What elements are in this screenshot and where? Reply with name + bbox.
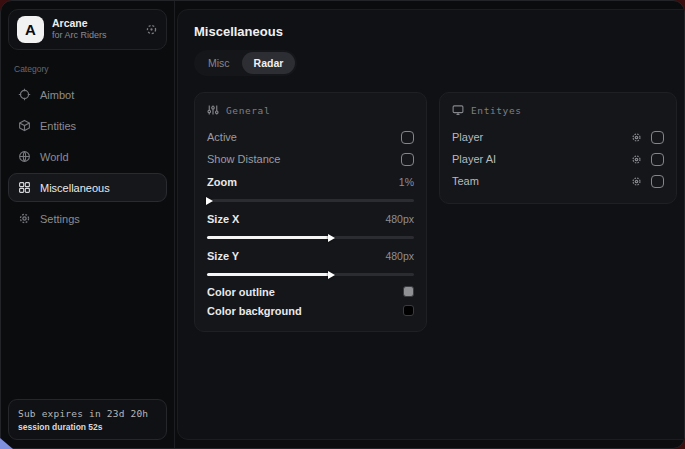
sidebar-item-miscellaneous[interactable]: Miscellaneous xyxy=(8,173,167,202)
general-panel: General Active Show Distance Zoom 1% xyxy=(194,92,427,332)
session-duration: session duration 52s xyxy=(18,422,157,432)
entities-panel: Entityes Player Player AI xyxy=(439,92,677,204)
general-panel-title: General xyxy=(226,105,270,116)
gear-icon[interactable] xyxy=(631,154,642,165)
entity-label: Player xyxy=(452,131,483,143)
crosshair-icon xyxy=(18,88,31,101)
logo-card: A Arcane for Arc Riders xyxy=(8,9,167,50)
sidebar-item-label: Entities xyxy=(40,120,76,132)
size-x-slider-group: Size X 480px xyxy=(207,208,414,239)
size-y-slider[interactable] xyxy=(207,273,414,276)
slider-thumb[interactable] xyxy=(328,271,335,279)
slider-value: 480px xyxy=(385,213,414,225)
toggle-label: Show Distance xyxy=(207,153,280,165)
tab-misc[interactable]: Misc xyxy=(196,52,242,74)
sidebar-item-label: Aimbot xyxy=(40,89,74,101)
team-checkbox[interactable] xyxy=(651,175,664,188)
sliders-icon xyxy=(207,104,219,116)
color-row-outline: Color outline xyxy=(207,282,414,301)
player-ai-checkbox[interactable] xyxy=(651,153,664,166)
zoom-slider-group: Zoom 1% xyxy=(207,171,414,202)
sidebar-nav: Aimbot Entities World xyxy=(8,80,167,233)
zoom-slider[interactable] xyxy=(207,199,414,202)
sidebar-item-entities[interactable]: Entities xyxy=(8,111,167,140)
app-subtitle: for Arc Riders xyxy=(52,30,137,41)
app-window: A Arcane for Arc Riders Category Aimbot xyxy=(0,0,685,449)
sidebar-item-label: Settings xyxy=(40,213,80,225)
sidebar-item-settings[interactable]: Settings xyxy=(8,204,167,233)
entity-row-team: Team xyxy=(452,170,664,192)
toggle-row-active: Active xyxy=(207,126,414,148)
sidebar-item-label: World xyxy=(40,151,69,163)
color-row-background: Color background xyxy=(207,301,414,320)
subscription-card: Sub expires in 23d 20h session duration … xyxy=(8,399,167,440)
entity-row-player-ai: Player AI xyxy=(452,148,664,170)
slider-label: Zoom xyxy=(207,176,237,188)
gear-icon[interactable] xyxy=(631,132,642,143)
color-label: Color outline xyxy=(207,286,275,298)
page-title: Miscellaneous xyxy=(194,24,677,39)
globe-icon xyxy=(18,150,31,163)
slider-label: Size X xyxy=(207,213,239,225)
slider-value: 480px xyxy=(385,250,414,262)
entity-row-player: Player xyxy=(452,126,664,148)
tab-radar[interactable]: Radar xyxy=(242,52,296,74)
slider-value: 1% xyxy=(399,176,414,188)
toggle-label: Active xyxy=(207,131,237,143)
entity-label: Team xyxy=(452,175,479,187)
player-checkbox[interactable] xyxy=(651,131,664,144)
grid-icon xyxy=(18,181,31,194)
app-logo: A xyxy=(17,16,44,43)
gear-icon[interactable] xyxy=(631,176,642,187)
sidebar-item-world[interactable]: World xyxy=(8,142,167,171)
size-x-slider[interactable] xyxy=(207,236,414,239)
slider-thumb[interactable] xyxy=(328,234,335,242)
sidebar-item-label: Miscellaneous xyxy=(40,182,110,194)
subscription-expiry: Sub expires in 23d 20h xyxy=(18,408,157,419)
tab-bar: Misc Radar xyxy=(194,50,297,76)
monitor-icon xyxy=(452,104,464,116)
show-distance-checkbox[interactable] xyxy=(401,153,414,166)
entities-panel-title: Entityes xyxy=(471,105,522,116)
background-color-swatch[interactable] xyxy=(403,305,414,316)
active-checkbox[interactable] xyxy=(401,131,414,144)
app-title: Arcane xyxy=(52,17,137,30)
slider-label: Size Y xyxy=(207,250,239,262)
outline-color-swatch[interactable] xyxy=(403,286,414,297)
entities-icon xyxy=(18,119,31,132)
sidebar: A Arcane for Arc Riders Category Aimbot xyxy=(1,1,175,448)
toggle-row-show-distance: Show Distance xyxy=(207,148,414,170)
sidebar-item-aimbot[interactable]: Aimbot xyxy=(8,80,167,109)
category-label: Category xyxy=(14,64,161,74)
target-icon[interactable] xyxy=(145,23,158,36)
slider-thumb[interactable] xyxy=(206,197,213,205)
color-label: Color background xyxy=(207,305,302,317)
size-y-slider-group: Size Y 480px xyxy=(207,245,414,276)
entity-label: Player AI xyxy=(452,153,496,165)
main-panel: Miscellaneous Misc Radar General xyxy=(177,9,685,440)
gear-icon xyxy=(18,212,31,225)
